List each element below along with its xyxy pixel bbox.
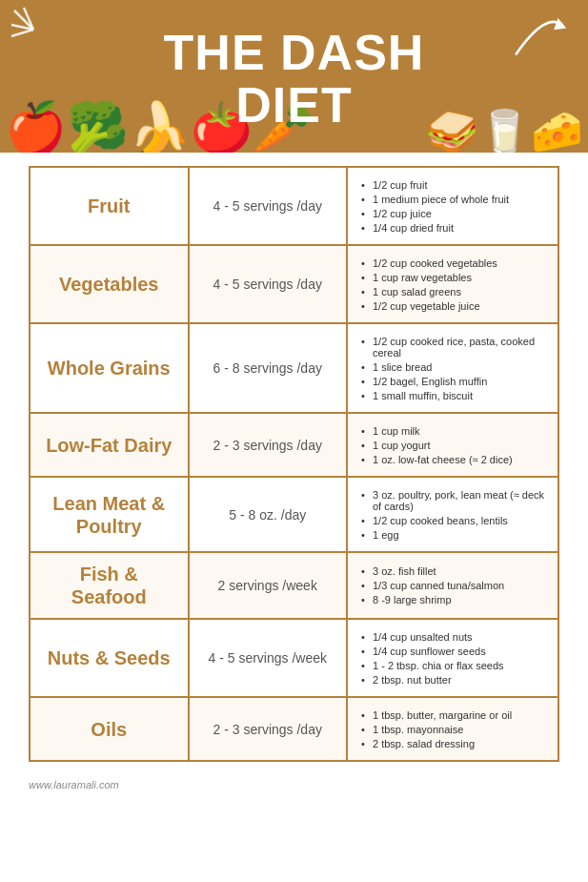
detail-item: 1 tbsp. butter, margarine or oil	[361, 708, 548, 722]
detail-item: 1/3 cup canned tuna/salmon	[361, 579, 548, 593]
detail-item: 1/4 cup sunflower seeds	[361, 644, 548, 658]
details-cell: 1/2 cup cooked vegetables1 cup raw veget…	[347, 245, 558, 323]
food-name-cell: Lean Meat & Poultry	[30, 477, 189, 552]
sunburst-icon	[10, 6, 57, 53]
detail-item: 1/2 cup vegetable juice	[361, 298, 548, 313]
servings-cell: 5 - 8 oz. /day	[189, 477, 348, 552]
header: THE DASH DIET 🍎🥦🍌🍅🥕 🥪🥛🧀	[0, 0, 588, 153]
table-row: Whole Grains6 - 8 servings /day1/2 cup c…	[30, 323, 558, 413]
detail-item: 1 cup raw vegetables	[361, 270, 548, 284]
details-cell: 1 tbsp. butter, margarine or oil1 tbsp. …	[347, 697, 558, 761]
details-cell: 3 oz. poultry, pork, lean meat (≈ deck o…	[347, 477, 558, 552]
detail-item: 1 - 2 tbsp. chia or flax seeds	[361, 658, 548, 672]
food-name-cell: Whole Grains	[30, 323, 189, 413]
food-name-cell: Fish & Seafood	[30, 552, 189, 619]
detail-item: 1 small muffin, biscuit	[361, 388, 548, 402]
detail-item: 2 tbsp. nut butter	[361, 672, 548, 687]
details-cell: 1/4 cup unsalted nuts1/4 cup sunflower s…	[347, 619, 558, 697]
servings-cell: 2 servings /week	[189, 552, 348, 619]
detail-item: 8 -9 large shrimp	[361, 593, 548, 607]
detail-item: 1/2 bagel, English muffin	[361, 374, 548, 388]
detail-item: 1 tbsp. mayonnaise	[361, 722, 548, 736]
detail-item: 1/4 cup dried fruit	[361, 220, 548, 235]
detail-item: 1 oz. low-fat cheese (≈ 2 dice)	[361, 452, 548, 466]
details-cell: 1/2 cup fruit1 medium piece of whole fru…	[347, 167, 558, 245]
table-row: Low-Fat Dairy2 - 3 servings /day1 cup mi…	[30, 413, 558, 477]
table-row: Vegetables4 - 5 servings /day1/2 cup coo…	[30, 245, 558, 323]
dash-diet-table: Fruit4 - 5 servings /day1/2 cup fruit1 m…	[29, 166, 559, 762]
servings-cell: 4 - 5 servings /day	[189, 245, 348, 323]
detail-item: 3 oz. poultry, pork, lean meat (≈ deck o…	[361, 487, 548, 513]
servings-cell: 2 - 3 servings /day	[189, 697, 348, 761]
servings-cell: 4 - 5 servings /week	[189, 619, 348, 697]
arrow-icon	[508, 4, 575, 71]
table-row: Nuts & Seeds4 - 5 servings /week1/4 cup …	[30, 619, 558, 697]
detail-item: 1/2 cup fruit	[361, 177, 548, 192]
details-cell: 3 oz. fish fillet1/3 cup canned tuna/sal…	[347, 552, 558, 619]
detail-item: 1/2 cup cooked vegetables	[361, 256, 548, 270]
detail-item: 1 cup yogurt	[361, 438, 548, 452]
dairy-bread-icon: 🥪🥛🧀	[426, 111, 583, 153]
svg-marker-4	[554, 18, 566, 30]
details-cell: 1/2 cup cooked rice, pasta, cooked cerea…	[347, 323, 558, 413]
detail-item: 1 cup salad greens	[361, 284, 548, 298]
footer: www.lauramali.com	[0, 771, 588, 798]
servings-cell: 2 - 3 servings /day	[189, 413, 348, 477]
details-cell: 1 cup milk1 cup yogurt1 oz. low-fat chee…	[347, 413, 558, 477]
header-title: THE DASH DIET	[164, 27, 425, 131]
food-name-cell: Fruit	[30, 167, 189, 245]
detail-item: 3 oz. fish fillet	[361, 564, 548, 579]
detail-item: 1 medium piece of whole fruit	[361, 192, 548, 206]
servings-cell: 4 - 5 servings /day	[189, 167, 348, 245]
servings-cell: 6 - 8 servings /day	[189, 323, 348, 413]
table-row: Lean Meat & Poultry5 - 8 oz. /day3 oz. p…	[30, 477, 558, 552]
detail-item: 1/2 cup cooked beans, lentils	[361, 513, 548, 527]
detail-item: 1/2 cup cooked rice, pasta, cooked cerea…	[361, 334, 548, 359]
svg-line-3	[11, 30, 33, 36]
food-name-cell: Low-Fat Dairy	[30, 413, 189, 477]
food-name-cell: Nuts & Seeds	[30, 619, 189, 697]
detail-item: 1 cup milk	[361, 423, 548, 438]
food-name-cell: Oils	[30, 697, 189, 761]
detail-item: 1/4 cup unsalted nuts	[361, 629, 548, 644]
main-content: Fruit4 - 5 servings /day1/2 cup fruit1 m…	[0, 153, 588, 771]
table-row: Fruit4 - 5 servings /day1/2 cup fruit1 m…	[30, 167, 558, 245]
detail-item: 1/2 cup juice	[361, 206, 548, 220]
detail-item: 1 slice bread	[361, 359, 548, 374]
table-row: Oils2 - 3 servings /day1 tbsp. butter, m…	[30, 697, 558, 761]
table-row: Fish & Seafood2 servings /week3 oz. fish…	[30, 552, 558, 619]
detail-item: 2 tbsp. salad dressing	[361, 736, 548, 750]
footer-url: www.lauramali.com	[29, 779, 119, 790]
food-name-cell: Vegetables	[30, 245, 189, 323]
detail-item: 1 egg	[361, 527, 548, 542]
